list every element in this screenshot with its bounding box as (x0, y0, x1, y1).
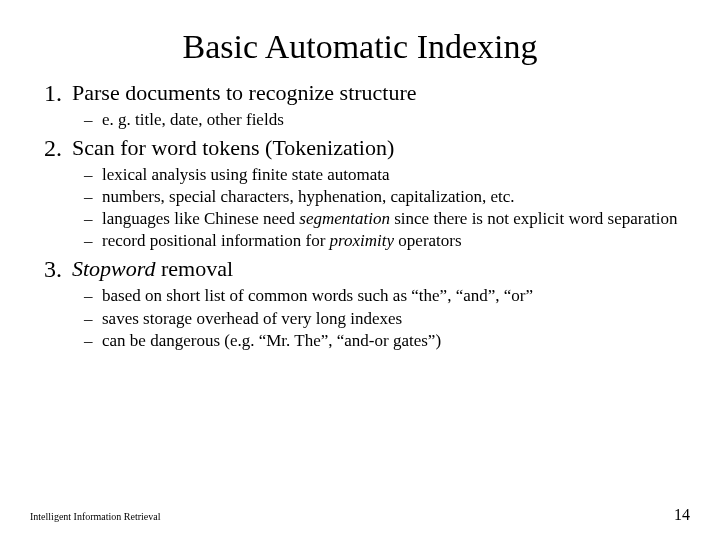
item-text: Scan for word tokens (Tokenization) (72, 135, 394, 160)
sub-list: based on short list of common words such… (44, 285, 680, 351)
sub-item: based on short list of common words such… (84, 285, 680, 307)
list-item: 1.Parse documents to recognize structure… (44, 80, 680, 131)
sub-item: saves storage overhead of very long inde… (84, 308, 680, 330)
page-number: 14 (674, 506, 690, 524)
outline-list: 1.Parse documents to recognize structure… (40, 80, 680, 352)
item-number: 2. (44, 135, 72, 162)
sub-item: e. g. title, date, other fields (84, 109, 680, 131)
footer-label: Intelligent Information Retrieval (30, 511, 161, 522)
sub-item: languages like Chinese need segmentation… (84, 208, 680, 230)
sub-item: numbers, special characters, hyphenation… (84, 186, 680, 208)
sub-list: lexical analysis using finite state auto… (44, 164, 680, 252)
list-item: 3.Stopword removalbased on short list of… (44, 256, 680, 351)
item-text: Stopword removal (72, 256, 233, 281)
sub-item: lexical analysis using finite state auto… (84, 164, 680, 186)
sub-item: can be dangerous (e.g. “Mr. The”, “and-o… (84, 330, 680, 352)
sub-list: e. g. title, date, other fields (44, 109, 680, 131)
item-text: Parse documents to recognize structure (72, 80, 417, 105)
item-number: 3. (44, 256, 72, 283)
item-number: 1. (44, 80, 72, 107)
sub-item: record positional information for proxim… (84, 230, 680, 252)
list-item: 2.Scan for word tokens (Tokenization)lex… (44, 135, 680, 252)
slide-title: Basic Automatic Indexing (40, 28, 680, 66)
